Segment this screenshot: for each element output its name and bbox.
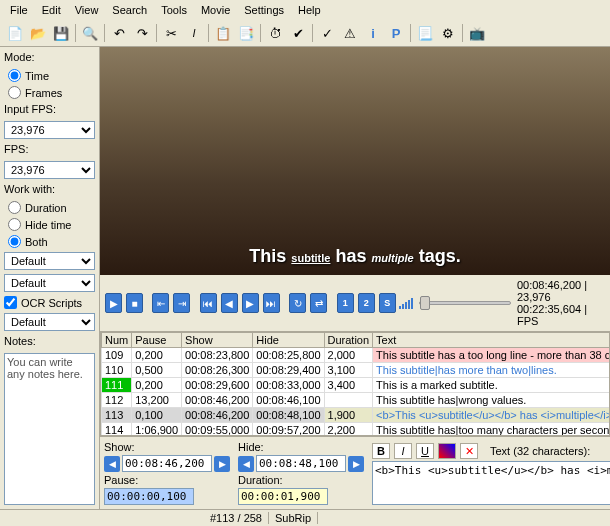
cut-icon[interactable]: ✂ (160, 22, 182, 44)
menu-edit[interactable]: Edit (36, 2, 67, 18)
notes-label: Notes: (4, 335, 95, 347)
table-row[interactable]: 1100,50000:08:26,30000:08:29,4003,100Thi… (102, 363, 611, 378)
play-button[interactable]: ▶ (105, 293, 122, 313)
col-duration[interactable]: Duration (324, 333, 373, 348)
subtitle-grid[interactable]: NumPauseShowHideDurationText 1090,20000:… (100, 331, 610, 436)
undo-icon[interactable]: ↶ (108, 22, 130, 44)
statusbar: #113 / 258 SubRip (0, 509, 610, 526)
player-controls: ▶ ■ ⇤ ⇥ ⏮ ◀ ▶ ⏭ ↻ ⇄ 1 2 S 00:08:46,200 |… (100, 275, 610, 331)
table-row[interactable]: 1090,20000:08:23,80000:08:25,8002,000Thi… (102, 348, 611, 363)
italic-button[interactable]: I (394, 443, 412, 459)
menu-tools[interactable]: Tools (155, 2, 193, 18)
next-sub-button[interactable]: ⇥ (173, 293, 190, 313)
clear-fmt-button[interactable]: ✕ (460, 443, 478, 459)
mode-time-radio[interactable]: Time (4, 69, 95, 82)
new-icon[interactable]: 📄 (4, 22, 26, 44)
seek-slider[interactable] (419, 301, 511, 305)
hide-label: Hide: (238, 441, 364, 453)
main-toolbar: 📄 📂 💾 🔍 ↶ ↷ ✂ I 📋 📑 ⏱ ✔ ✓ ⚠ i P 📃 ⚙ 📺 (0, 20, 610, 47)
style-select-1[interactable]: Default (4, 252, 95, 270)
work-duration-radio[interactable]: Duration (4, 201, 95, 214)
warning-icon[interactable]: ⚠ (339, 22, 361, 44)
ocr-select[interactable]: Default (4, 313, 95, 331)
loop-button[interactable]: ↻ (289, 293, 306, 313)
menu-settings[interactable]: Settings (238, 2, 290, 18)
hide-sync-button[interactable]: ◀ (238, 456, 254, 472)
show-label: Show: (104, 441, 230, 453)
menubar: FileEditViewSearchToolsMovieSettingsHelp (0, 0, 610, 20)
preview-icon[interactable]: 📺 (466, 22, 488, 44)
status-position: #113 / 258 (204, 512, 269, 524)
info-icon[interactable]: i (362, 22, 384, 44)
pause-label: Pause: (104, 474, 230, 486)
check-icon[interactable]: ✔ (287, 22, 309, 44)
table-row[interactable]: 1130,10000:08:46,20000:08:48,1001,900<b>… (102, 408, 611, 423)
tool1-icon[interactable]: 📋 (212, 22, 234, 44)
subtitle-overlay: This subtitle has multiple tags. (249, 246, 460, 267)
show-sync-button[interactable]: ◀ (104, 456, 120, 472)
menu-search[interactable]: Search (106, 2, 153, 18)
mark-1-button[interactable]: 1 (337, 293, 354, 313)
open-icon[interactable]: 📂 (27, 22, 49, 44)
table-row[interactable]: 11213,20000:08:46,20000:08:46,100This su… (102, 393, 611, 408)
hide-time-input[interactable] (256, 455, 346, 472)
table-row[interactable]: 1141:06,90000:09:55,00000:09:57,2002,200… (102, 423, 611, 436)
show-set-button[interactable]: ▶ (214, 456, 230, 472)
mark-2-button[interactable]: 2 (358, 293, 375, 313)
show-time-input[interactable] (122, 455, 212, 472)
prev-sub-button[interactable]: ⇤ (152, 293, 169, 313)
hide-set-button[interactable]: ▶ (348, 456, 364, 472)
col-hide[interactable]: Hide (253, 333, 324, 348)
menu-movie[interactable]: Movie (195, 2, 236, 18)
pause-input[interactable] (104, 488, 194, 505)
mode-frames-radio[interactable]: Frames (4, 86, 95, 99)
fps-select[interactable]: 23,976 (4, 161, 95, 179)
frame-fwd-button[interactable]: ▶ (242, 293, 259, 313)
work-with-label: Work with: (4, 183, 95, 195)
underline-button[interactable]: U (416, 443, 434, 459)
skip-fwd-button[interactable]: ⏭ (263, 293, 280, 313)
spell-icon[interactable]: ✓ (316, 22, 338, 44)
notes-textarea[interactable]: You can write any notes here. (4, 353, 95, 505)
save-icon[interactable]: 💾 (50, 22, 72, 44)
sidebar: Mode: Time Frames Input FPS: 23,976 FPS:… (0, 47, 100, 509)
work-both-radio[interactable]: Both (4, 235, 95, 248)
mark-s-button[interactable]: S (379, 293, 396, 313)
volume-indicator[interactable] (399, 298, 413, 309)
col-num[interactable]: Num (102, 333, 132, 348)
subtitle-text-input[interactable]: <b>This <u>subtitle</u></b> has <i>multi… (372, 461, 610, 505)
pascal-icon[interactable]: P (385, 22, 407, 44)
input-fps-label: Input FPS: (4, 103, 95, 115)
stop-button[interactable]: ■ (126, 293, 143, 313)
editor-panel: Show: ◀▶ Pause: Hide: ◀▶ Duration: B I U… (100, 436, 610, 509)
frame-back-button[interactable]: ◀ (221, 293, 238, 313)
sync-button[interactable]: ⇄ (310, 293, 327, 313)
tool3-icon[interactable]: 📃 (414, 22, 436, 44)
col-pause[interactable]: Pause (132, 333, 182, 348)
status-format: SubRip (269, 512, 318, 524)
bold-button[interactable]: B (372, 443, 390, 459)
menu-help[interactable]: Help (292, 2, 327, 18)
time-display: 00:08:46,200 | 23,976 00:22:35,604 | FPS (517, 279, 606, 327)
duration-input[interactable] (238, 488, 328, 505)
mode-label: Mode: (4, 51, 95, 63)
skip-back-button[interactable]: ⏮ (200, 293, 217, 313)
text-info-label: Text (32 characters): (490, 445, 590, 457)
redo-icon[interactable]: ↷ (131, 22, 153, 44)
table-row[interactable]: 1110,20000:08:29,60000:08:33,0003,400Thi… (102, 378, 611, 393)
search-icon[interactable]: 🔍 (79, 22, 101, 44)
timing-icon[interactable]: ⏱ (264, 22, 286, 44)
tool2-icon[interactable]: 📑 (235, 22, 257, 44)
col-show[interactable]: Show (182, 333, 253, 348)
input-fps-select[interactable]: 23,976 (4, 121, 95, 139)
work-hide-radio[interactable]: Hide time (4, 218, 95, 231)
menu-file[interactable]: File (4, 2, 34, 18)
color-button[interactable] (438, 443, 456, 459)
col-text[interactable]: Text (373, 333, 610, 348)
settings-icon[interactable]: ⚙ (437, 22, 459, 44)
ocr-scripts-check[interactable]: OCR Scripts (4, 296, 95, 309)
video-preview[interactable]: This subtitle has multiple tags. (100, 47, 610, 275)
italic-icon[interactable]: I (183, 22, 205, 44)
style-select-2[interactable]: Default (4, 274, 95, 292)
menu-view[interactable]: View (69, 2, 105, 18)
